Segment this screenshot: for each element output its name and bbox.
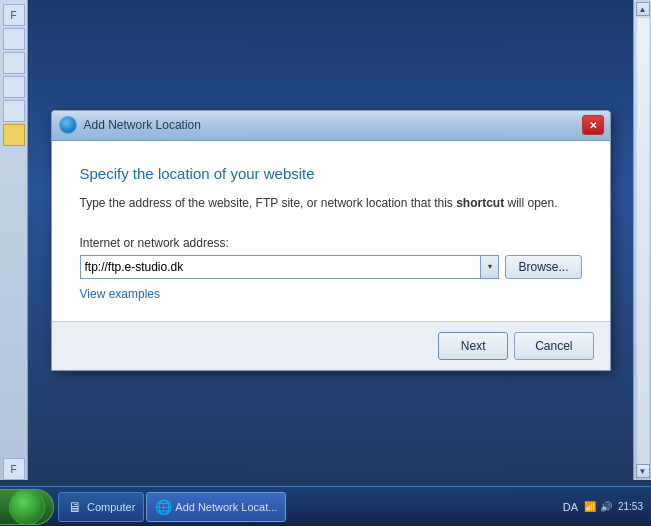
dialog-overlay: Add Network Location ✕ Specify the locat…: [28, 0, 633, 480]
taskbar-items: 🖥 Computer 🌐 Add Network Locat...: [54, 487, 555, 526]
desktop: F F ▲ ▼ Add Network Location ✕: [0, 0, 651, 480]
dialog-titlebar: Add Network Location ✕: [52, 111, 610, 141]
title-buttons: ✕: [582, 115, 604, 135]
field-label: Internet or network address:: [80, 236, 582, 250]
dialog-title-icon: [58, 115, 78, 135]
right-sidebar: ▲ ▼: [633, 0, 651, 480]
computer-icon: 🖥: [67, 499, 83, 515]
description-shortcut: shortcut: [456, 196, 504, 210]
language-indicator: DA: [563, 501, 578, 513]
taskbar-right: DA 📶 🔊 21:53: [555, 500, 651, 513]
network-location-orb: [59, 116, 77, 134]
sidebar-icon-4[interactable]: [3, 76, 25, 98]
close-button[interactable]: ✕: [582, 115, 604, 135]
sidebar-icon-yellow[interactable]: [3, 124, 25, 146]
address-input-wrapper: ▾: [80, 255, 500, 279]
input-row: ▾ Browse...: [80, 255, 582, 279]
dialog-header: Specify the location of your website: [80, 165, 582, 182]
scroll-up-button[interactable]: ▲: [636, 2, 650, 16]
view-examples-link[interactable]: View examples: [80, 287, 160, 301]
start-button[interactable]: [0, 489, 54, 525]
cancel-button[interactable]: Cancel: [514, 332, 593, 360]
description-text-2: will open.: [504, 196, 557, 210]
next-button[interactable]: Next: [438, 332, 508, 360]
sidebar-icon-bottom-f[interactable]: F: [3, 458, 25, 480]
sidebar-icon-1[interactable]: F: [3, 4, 25, 26]
left-sidebar: F F: [0, 0, 28, 480]
clock-time: 21:53: [618, 500, 643, 513]
network-location-taskbar-icon: 🌐: [155, 499, 171, 515]
taskbar-item-network-location[interactable]: 🌐 Add Network Locat...: [146, 492, 286, 522]
dialog-content: Specify the location of your website Typ…: [52, 141, 610, 321]
dropdown-arrow-icon[interactable]: ▾: [480, 256, 498, 278]
network-tray-icon: 📶: [584, 501, 596, 512]
sidebar-icon-5[interactable]: [3, 100, 25, 122]
sidebar-icon-2[interactable]: [3, 28, 25, 50]
clock: 21:53: [618, 500, 643, 513]
taskbar-network-label: Add Network Locat...: [175, 501, 277, 513]
dialog-footer: Next Cancel: [52, 321, 610, 370]
tray-icons: 📶 🔊: [584, 501, 612, 512]
volume-tray-icon: 🔊: [600, 501, 612, 512]
address-input[interactable]: [81, 256, 481, 278]
taskbar: 🖥 Computer 🌐 Add Network Locat... DA 📶 🔊…: [0, 486, 651, 526]
start-orb-icon: [9, 489, 45, 525]
sidebar-icon-3[interactable]: [3, 52, 25, 74]
browse-button[interactable]: Browse...: [505, 255, 581, 279]
dialog-description: Type the address of the website, FTP sit…: [80, 194, 582, 212]
description-text-1: Type the address of the website, FTP sit…: [80, 196, 457, 210]
taskbar-computer-label: Computer: [87, 501, 135, 513]
add-network-location-dialog: Add Network Location ✕ Specify the locat…: [51, 110, 611, 371]
dialog-title-text: Add Network Location: [84, 118, 582, 132]
scroll-down-button[interactable]: ▼: [636, 464, 650, 478]
taskbar-item-computer[interactable]: 🖥 Computer: [58, 492, 144, 522]
